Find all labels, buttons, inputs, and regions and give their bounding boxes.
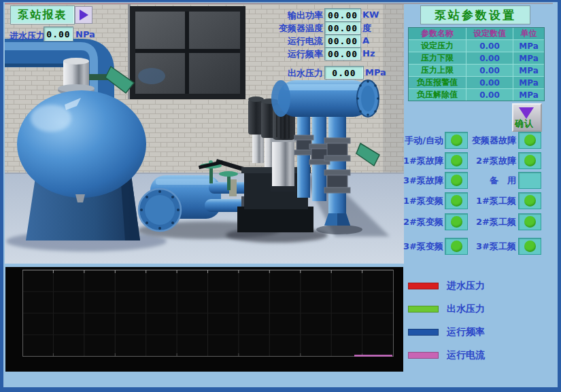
status-indicator	[518, 192, 541, 209]
status-indicator	[445, 132, 468, 149]
readout-label: 出水压力	[288, 67, 323, 79]
parameter-table: 参数名称 设定数值 单位 设定压力 0.00 MPa 压力下限 0.00 MPa…	[408, 27, 545, 101]
legend-label: 运行电流	[447, 349, 485, 361]
readout-unit: MPa	[365, 67, 386, 77]
readout-unit: Hz	[362, 48, 375, 58]
param-unit: MPa	[513, 52, 544, 64]
settings-panel-title: 泵站参数设置	[420, 5, 530, 24]
lamp-icon	[451, 216, 462, 228]
param-value[interactable]: 0.00	[466, 52, 513, 64]
param-name: 设定压力	[409, 40, 466, 52]
status-label: 2#泵故障	[476, 155, 516, 167]
param-value[interactable]: 0.00	[466, 65, 513, 76]
window	[128, 4, 245, 99]
param-value[interactable]: 0.00	[466, 77, 513, 88]
readout-value: 00.00	[324, 47, 361, 60]
column-header: 参数名称	[409, 28, 466, 39]
lamp-icon	[524, 195, 536, 207]
legend-swatch	[408, 306, 439, 313]
legend-swatch	[408, 283, 439, 289]
readout-label: 运行电流	[288, 35, 323, 48]
lamp-icon	[524, 240, 536, 252]
status-indicator	[518, 213, 541, 230]
inlet-pressure-label: 进水压力	[10, 30, 45, 42]
column-header: 设定数值	[466, 28, 513, 39]
status-indicator	[445, 152, 468, 169]
report-play-button[interactable]	[75, 6, 92, 24]
status-label: 变频器故障	[472, 135, 516, 147]
lamp-icon	[451, 175, 462, 186]
lamp-icon	[451, 195, 462, 207]
param-unit: MPa	[513, 65, 544, 76]
readout-label: 运行频率	[288, 48, 323, 60]
status-label: 手动/自动	[405, 135, 443, 147]
status-indicator	[518, 152, 541, 169]
status-label: 1#泵故障	[403, 155, 443, 167]
report-button[interactable]: 泵站报表	[10, 5, 75, 24]
param-value[interactable]: 0.00	[466, 40, 513, 52]
readout-label: 输出功率	[288, 10, 323, 22]
legend-label: 进水压力	[447, 280, 485, 292]
lamp-icon	[524, 135, 536, 146]
param-name: 负压解除值	[409, 89, 466, 101]
param-unit: MPa	[513, 89, 544, 101]
lamp-icon	[524, 216, 536, 228]
status-indicator	[445, 172, 468, 189]
readout-value: 00.00	[324, 21, 361, 35]
confirm-button[interactable]: 确认	[512, 103, 542, 132]
legend-label: 出水压力	[447, 303, 485, 315]
status-indicator	[518, 132, 541, 149]
play-triangle-icon	[80, 10, 88, 20]
lamp-icon	[524, 155, 536, 166]
status-label: 1#泵变频	[403, 195, 443, 207]
status-label: 2#泵变频	[403, 216, 443, 228]
status-label: 1#泵工频	[476, 195, 516, 207]
readout-value: 00.00	[324, 34, 361, 48]
readout-value: 00.00	[324, 8, 361, 22]
readout-value: 0.00	[324, 66, 364, 79]
param-name: 压力上限	[409, 65, 466, 76]
confirm-label: 确认	[515, 118, 534, 130]
pump-station-3d-scene: 泵站报表 进水压力 0.00 NPa 输出功率 00.00 KW 变频器温度 0…	[5, 4, 404, 264]
status-indicator	[518, 172, 541, 189]
param-unit: MPa	[513, 77, 544, 88]
legend-swatch	[408, 352, 439, 359]
legend-swatch	[408, 329, 439, 336]
lamp-icon	[451, 240, 462, 252]
readout-unit: KW	[362, 10, 379, 20]
lamp-icon	[451, 135, 462, 146]
trend-chart	[5, 267, 403, 372]
readout-unit: 度	[362, 22, 371, 35]
pump-station-hmi-screen: 泵站报表 进水压力 0.00 NPa 输出功率 00.00 KW 变频器温度 0…	[0, 0, 561, 392]
param-unit: MPa	[513, 40, 544, 52]
status-label: 2#泵工频	[476, 216, 516, 228]
param-value[interactable]: 0.00	[466, 89, 513, 101]
status-indicator	[445, 192, 468, 209]
param-name: 负压报警值	[409, 77, 466, 88]
status-indicator	[445, 213, 468, 230]
status-indicator	[445, 238, 468, 255]
trend-plot	[5, 267, 403, 372]
outlet-manifold	[271, 80, 379, 117]
lamp-icon	[451, 155, 462, 166]
param-name: 压力下限	[409, 52, 466, 64]
readout-unit: A	[362, 35, 369, 46]
legend-label: 运行频率	[447, 326, 485, 338]
inlet-pressure-value: 0.00	[44, 26, 73, 41]
status-indicator	[518, 238, 541, 255]
inlet-pressure-unit: NPa	[75, 29, 95, 39]
readout-label: 变频器温度	[279, 22, 323, 35]
column-header: 单位	[513, 28, 544, 39]
status-label: 3#泵故障	[403, 175, 443, 187]
status-label: 3#泵变频	[403, 240, 443, 253]
status-label: 备 用	[490, 175, 516, 187]
status-label: 3#泵工频	[476, 240, 516, 253]
